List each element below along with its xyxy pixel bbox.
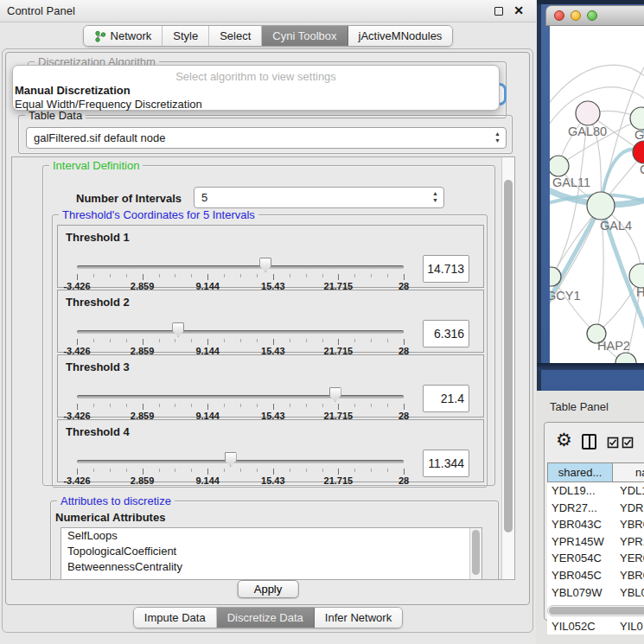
slider-track[interactable] (77, 265, 404, 269)
numerical-attributes-list[interactable]: SelfLoopsTopologicalCoefficientBetweenne… (61, 527, 482, 580)
network-node[interactable] (629, 264, 644, 288)
threshold-value[interactable]: 14.713 (423, 255, 469, 283)
table-cell[interactable]: YDL19... (547, 482, 613, 500)
network-window-top-shadow (537, 0, 644, 4)
tick-mark (93, 339, 94, 342)
table-row[interactable]: YBR045CYBR0 (547, 567, 644, 584)
slider-thumb[interactable] (329, 387, 341, 402)
table-data-combobox[interactable]: galFiltered.sif default node ▲▼ (26, 127, 507, 149)
table-cell[interactable]: YPR1 (613, 533, 644, 551)
tick-mark (306, 469, 307, 472)
table-column-header[interactable]: na (613, 462, 644, 482)
table-row[interactable]: YBR043CYBR0 (547, 516, 644, 533)
algorithm-placeholder: Select algorithm to view settings (13, 70, 499, 83)
table-cell[interactable]: YBL0 (613, 584, 644, 602)
table-row[interactable]: YER054CYER0 (547, 550, 644, 567)
attributes-scrollbar-thumb[interactable] (472, 530, 480, 575)
mac-close-icon[interactable] (554, 10, 564, 21)
tab-network[interactable]: Network (84, 26, 163, 46)
table-row[interactable]: YDR27...YDR2 (547, 500, 644, 517)
close-icon[interactable]: ✕ (513, 3, 524, 17)
tab-select[interactable]: Select (209, 26, 262, 46)
gear-icon[interactable]: ⚙ (556, 430, 572, 450)
table-panel-title: Table Panel (550, 400, 609, 413)
tick-mark (93, 469, 94, 472)
attributes-list-scrollbar[interactable] (469, 528, 481, 580)
mac-minimize-icon[interactable] (571, 10, 581, 21)
table-column-header[interactable]: shared... (547, 462, 613, 482)
network-node[interactable] (576, 101, 600, 125)
table-cell[interactable]: YBR0 (613, 567, 644, 584)
table-row[interactable]: YIL052CYIL0 (547, 618, 644, 635)
tick-mark (404, 469, 405, 475)
attribute-list-item[interactable]: BetweennessCentrality (61, 559, 481, 575)
network-node-label: HAP2 (597, 339, 630, 353)
table-scrollbar-thumb[interactable] (549, 607, 644, 615)
table-cell[interactable]: YBR0 (613, 516, 644, 533)
tick-mark (273, 469, 274, 475)
table-row[interactable]: YPR145WYPR1 (547, 533, 644, 551)
threshold-value[interactable]: 21.4 (423, 385, 469, 412)
table-cell[interactable]: YIL052C (547, 618, 613, 635)
network-node[interactable] (587, 192, 615, 220)
table-cell[interactable]: YBR045C (547, 567, 613, 584)
tick-mark (290, 339, 290, 342)
checkbox-checked-icon[interactable] (607, 437, 619, 449)
threshold-value[interactable]: 11.344 (423, 450, 469, 477)
network-edge[interactable] (550, 65, 644, 108)
table-cell[interactable]: YDR2 (613, 500, 644, 517)
tab-infer-network[interactable]: Infer Network (315, 608, 402, 628)
threshold-value[interactable]: 6.316 (423, 320, 469, 348)
slider-thumb[interactable] (259, 258, 271, 272)
network-node[interactable] (630, 107, 644, 130)
slider-track[interactable] (77, 395, 404, 399)
table-row[interactable]: YBL079WYBL0 (547, 584, 644, 602)
slider-track[interactable] (77, 330, 404, 334)
network-node[interactable] (550, 156, 569, 176)
apply-button[interactable]: Apply (238, 580, 299, 598)
network-node-label: C (640, 163, 644, 176)
slider-track[interactable] (77, 460, 404, 463)
tab-discretize-data[interactable]: Discretize Data (217, 608, 315, 628)
slider-thumb[interactable] (225, 452, 237, 467)
split-columns-icon[interactable] (582, 434, 596, 450)
threshold-slider[interactable]: -3.4262.8599.14415.4321.71528 (77, 386, 404, 418)
algorithm-option[interactable]: Equal Width/Frequency Discretization (15, 98, 202, 112)
settings-vertical-scrollbar[interactable] (501, 157, 514, 579)
tick-mark (257, 339, 258, 342)
network-node[interactable] (633, 141, 644, 163)
settings-scrollbar-thumb[interactable] (504, 180, 513, 532)
table-cell[interactable]: YIL0 (613, 618, 644, 635)
tick-mark (224, 274, 225, 277)
tab-style[interactable]: Style (163, 26, 209, 46)
table-cell[interactable]: YER054C (547, 550, 613, 567)
float-window-icon[interactable] (494, 7, 503, 16)
network-window-titlebar[interactable] (545, 5, 644, 26)
threshold-slider[interactable]: -3.4262.8599.14415.4321.71528 (77, 257, 404, 288)
checkbox-checked-icon[interactable] (622, 437, 634, 449)
table-cell[interactable]: YDR27... (547, 500, 613, 517)
threshold-slider[interactable]: -3.4262.8599.14415.4321.71528 (77, 322, 404, 353)
table-cell[interactable]: YPR145W (547, 533, 613, 551)
attribute-list-item[interactable]: TopologicalCoefficient (61, 544, 481, 559)
slider-thumb[interactable] (172, 322, 184, 337)
algorithm-option[interactable]: Manual Discretization (15, 84, 131, 98)
network-canvas[interactable]: GAL80GACGAL11GAL4GCY1HHAP2 (550, 26, 644, 363)
table-horizontal-scrollbar[interactable] (547, 605, 644, 616)
table-cell[interactable]: YDL1 (613, 482, 644, 500)
network-node[interactable] (615, 353, 636, 363)
table-cell[interactable]: YBL079W (547, 584, 613, 602)
table-cell[interactable]: YER0 (613, 550, 644, 567)
interval-definition-group-title: Interval Definition (49, 159, 143, 172)
mac-zoom-icon[interactable] (587, 10, 597, 21)
table-cell[interactable]: YBR043C (547, 516, 613, 533)
tick-mark (159, 404, 160, 407)
tab-jactivemnodules[interactable]: jActiveMNodules (348, 26, 453, 46)
number-of-intervals-spinner[interactable]: 5 ▲▼ (194, 187, 444, 208)
table-data-group: Table Data galFiltered.sif default node … (18, 115, 513, 154)
tab-impute-data[interactable]: Impute Data (134, 608, 217, 628)
threshold-slider[interactable]: -3.4262.8599.14415.4321.71528 (77, 451, 404, 482)
table-row[interactable]: YDL19...YDL1 (547, 482, 644, 500)
tab-cyni-toolbox[interactable]: Cyni Toolbox (262, 26, 348, 46)
attribute-list-item[interactable]: SelfLoops (61, 528, 481, 544)
